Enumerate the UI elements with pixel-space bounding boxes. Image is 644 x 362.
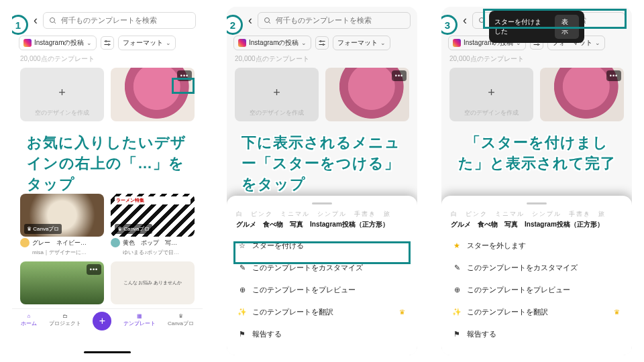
card-row: + 空のデザインを作成 ••• [12,64,203,125]
home-icon: ⌂ [27,313,30,319]
instagram-icon [23,39,32,47]
svg-point-0 [50,17,55,22]
row-report[interactable]: ⚑報告する [236,323,408,345]
edit-icon: ✎ [452,263,462,272]
flag-icon: ⚑ [237,330,247,339]
template-author: ゆいまる♪ポップで目… [111,249,195,256]
zoom-icon: ⊕ [452,286,462,294]
template-card[interactable]: こんな お悩み ありませんか [111,261,195,304]
phone-step-3: 3 ‹ 何千ものテンプレートを検索 スターを付けました 表示 Instagram… [441,7,632,355]
templates-icon: ▦ [137,313,142,319]
sheet-title: グルメ 食べ物 写真 Instagram投稿（正方形） [451,220,623,229]
zoom-icon: ⊕ [237,286,247,294]
row-preview[interactable]: ⊕このテンプレートをプレビュー [451,279,623,301]
template-title: 黄色 ポップ 写… [123,239,177,247]
star-outline-icon: ☆ [237,241,247,250]
chevron-down-icon: ⌄ [87,40,92,46]
plus-icon: + [58,86,66,100]
tab-home[interactable]: ⌂ホーム [21,313,37,330]
sheet-tags: 白 ピンク ミニマル シンプル 手書き 旅 [236,210,408,219]
row-customize[interactable]: ✎このテンプレートをカスタマイズ [451,257,623,279]
avatar [20,238,30,247]
action-sheet: 白 ピンク ミニマル シンプル 手書き 旅 グルメ 食べ物 写真 Instagr… [441,196,632,355]
template-card[interactable]: ••• [20,261,104,304]
tab-projects[interactable]: 🗀プロジェクト [49,313,81,330]
svg-point-5 [108,44,109,46]
folder-icon: 🗀 [62,313,68,319]
tab-templates[interactable]: ▦テンプレート [123,313,156,330]
more-button[interactable]: ••• [177,70,192,81]
result-count: 20,000点のテンプレート [12,54,203,64]
phone-step-2: 2 ‹ 何千ものテンプレートを検索 Instagramの投稿⌄フォーマット⌄ 2… [227,7,417,355]
tab-create[interactable]: + [93,313,111,330]
crown-icon: ♛ [399,308,405,316]
topbar: ‹ 何千ものテンプレートを検索 [12,7,203,33]
template-card[interactable]: ••• [111,68,195,121]
sheet-tags: 白 ピンク ミニマル シンプル 手書き 旅 [451,210,623,219]
annotation-1: お気に入りしたいデザインの右上の「…」をタップ [27,133,195,194]
filter-chips: Instagramの投稿 ⌄ フォーマット ⌄ [12,33,203,54]
toast-view-button[interactable]: 表示 [555,15,579,39]
search-placeholder: 何千ものテンプレートを検索 [61,15,157,25]
avatar [111,238,120,247]
row-star-add[interactable]: ☆スターを付ける [236,235,408,257]
row-translate[interactable]: ✨このテンプレートを翻訳♛ [451,301,623,323]
sheet-handle[interactable] [527,202,547,204]
chip-format[interactable]: フォーマット ⌄ [118,36,176,50]
toast-starred: スターを付けました 表示 [489,11,584,43]
crown-icon: ♛ [614,308,620,316]
filter-button[interactable] [101,36,114,50]
svg-point-4 [105,41,107,42]
flag-icon: ⚑ [452,330,462,339]
annotation-3: 「スターを付けました」と表示されて完了 [451,133,623,174]
pro-badge: ♛ Canvaプロ [24,224,62,234]
annotation-2: 下に表示されるメニュー「スターをつける」をタップ [241,133,409,194]
more-button[interactable]: ••• [87,264,101,275]
onayami-text: こんな お悩み ありませんか [123,280,182,286]
row-customize[interactable]: ✎このテンプレートをカスタマイズ [236,257,408,279]
action-sheet: 白 ピンク ミニマル シンプル 手書き 旅 グルメ 食べ物 写真 Instagr… [227,196,417,355]
row-star-remove[interactable]: ★スターを外します [451,235,623,257]
blank-design-card[interactable]: + 空のデザインを作成 [20,68,104,121]
chip-instagram[interactable]: Instagramの投稿 ⌄ [19,36,97,50]
row-translate[interactable]: ✨このテンプレートを翻訳♛ [236,301,408,323]
template-author: misa｜デザイナーに… [20,249,104,256]
toast-message: スターを付けました [494,17,544,36]
template-title: グレー ネイビー… [32,239,87,247]
sheet-title: グルメ 食べ物 写真 Instagram投稿（正方形） [236,220,408,229]
pro-badge: ♛ Canvaプロ [115,224,152,234]
row-preview[interactable]: ⊕このテンプレートをプレビュー [236,279,408,301]
star-filled-icon: ★ [452,241,462,250]
chevron-down-icon: ⌄ [166,40,171,46]
template-card[interactable]: ♛ Canvaプロ [20,194,104,237]
bottom-nav: ⌂ホーム 🗀プロジェクト + ▦テンプレート ♛Canvaプロ [12,308,203,332]
row-report[interactable]: ⚑報告する [451,323,623,345]
phone-step-1: 1 ‹ 何千ものテンプレートを検索 Instagramの投稿 ⌄ フォーマット … [12,7,203,355]
crown-icon: ♛ [178,313,183,319]
plus-fab[interactable]: + [93,312,111,330]
tab-pro[interactable]: ♛Canvaプロ [168,313,194,330]
home-indicator [84,351,131,353]
back-icon[interactable]: ‹ [34,13,38,27]
svg-line-1 [54,21,56,23]
translate-icon: ✨ [237,308,247,316]
ramen-badge: ラーメン特集 [115,196,191,204]
template-card[interactable]: ラーメン特集 ♛ Canvaプロ [111,194,195,237]
translate-icon: ✨ [452,308,462,316]
search-input[interactable]: 何千ものテンプレートを検索 [43,12,196,29]
template-gallery: ♛ Canvaプロ グレー ネイビー… misa｜デザイナーに… ラーメン特集 … [12,190,203,308]
search-icon [49,17,57,25]
sheet-handle[interactable] [312,202,332,204]
edit-icon: ✎ [237,263,247,272]
